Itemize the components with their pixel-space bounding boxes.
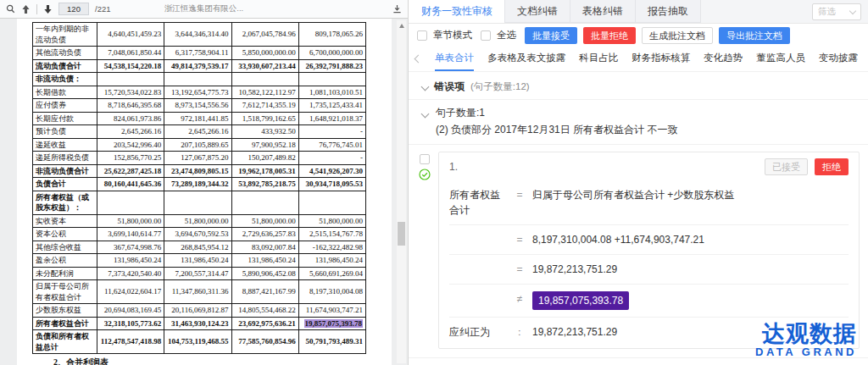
cell-value: 2,067,045,784.96 bbox=[231, 23, 298, 47]
subtab-scroll-left-icon[interactable] bbox=[415, 55, 423, 64]
scrollbar-thumb[interactable] bbox=[398, 222, 405, 246]
current-error-item-header[interactable]: 句子数量:1 (2) 负债部分 2017年12月31日 所有者权益合计 不一致 bbox=[409, 100, 868, 144]
row-label: 流动负债合计 bbox=[33, 59, 97, 73]
cell-value: 7,200,557,314.47 bbox=[164, 267, 231, 280]
cell-value: 6,700,000,000.00 bbox=[298, 47, 365, 60]
table-row: 其他综合收益367,674,998.76268,845,954.1283,092… bbox=[33, 241, 366, 254]
table-row: 递延收益203,542,996.40207,105,889.6597,900,9… bbox=[33, 138, 366, 152]
row-label: 长期借款 bbox=[33, 86, 97, 99]
error-item-title: (2) 负债部分 2017年12月31日 所有者权益合计 不一致 bbox=[436, 123, 677, 137]
cell-value: 809,178,065.26 bbox=[298, 23, 365, 47]
cell-value: 131,986,450.24 bbox=[231, 254, 298, 268]
generate-annotated-doc-button[interactable]: 生成批注文档 bbox=[642, 27, 713, 44]
sub-tab-6[interactable]: 变动披露 bbox=[819, 46, 858, 71]
page-input[interactable] bbox=[58, 3, 89, 15]
cell-value bbox=[231, 191, 298, 214]
top-tab-1[interactable]: 文档纠错 bbox=[504, 0, 570, 23]
cell-value: 51,800,000.00 bbox=[97, 214, 164, 228]
table-row: 一年内到期的非流动负债4,640,451,459.233,644,346,314… bbox=[33, 23, 366, 47]
accepted-button[interactable]: 已接受 bbox=[765, 158, 808, 175]
cell-value: 7,048,061,850.44 bbox=[97, 47, 164, 60]
cell-value: 50,791,793,489.31 bbox=[298, 330, 365, 354]
cell-value: 76,776,745.01 bbox=[298, 138, 365, 152]
cell-value: 1,735,125,433.41 bbox=[298, 99, 365, 113]
cell-value: 203,542,996.40 bbox=[97, 138, 164, 152]
cell-value: 51,800,000.00 bbox=[164, 214, 231, 228]
cell-value bbox=[97, 73, 164, 86]
cell-value: 54,538,154,220.18 bbox=[97, 59, 164, 73]
batch-reject-button[interactable]: 批量拒绝 bbox=[583, 27, 636, 44]
error-item-0[interactable]: 句子数量:12、合并利润表 2017年度 二、营业总成本 不一致 bbox=[409, 358, 868, 365]
formula-row-3: ≠19,857,075,393.78 bbox=[449, 284, 849, 317]
cell-value bbox=[164, 191, 231, 214]
row-label: 一年内到期的非流动负债 bbox=[33, 23, 97, 47]
batch-accept-button[interactable]: 批量接受 bbox=[525, 27, 577, 44]
table-row: 负债合计80,160,441,645.3673,289,189,344.3253… bbox=[33, 178, 366, 191]
cell-value: 53,892,785,218.75 bbox=[231, 178, 298, 191]
item-checkbox[interactable] bbox=[420, 154, 430, 164]
row-label: 长期应付款 bbox=[33, 112, 97, 125]
row-label: 非流动负债： bbox=[33, 73, 97, 86]
cell-value: 152,856,770.25 bbox=[97, 152, 164, 165]
row-label: 所有者权益合计 bbox=[33, 317, 97, 330]
top-tab-0[interactable]: 财务一致性审核 bbox=[409, 0, 505, 23]
error-group-header[interactable]: 错误项 (句子数量:12) bbox=[409, 72, 868, 99]
formula-label: 应纠正为 bbox=[449, 324, 507, 340]
sub-tab-5[interactable]: 董监高人员 bbox=[756, 46, 805, 71]
highlighted-cell-value[interactable]: 19,857,075,393.78 bbox=[304, 319, 364, 328]
cell-value bbox=[298, 73, 365, 86]
cell-value: 8,887,421,167.99 bbox=[231, 280, 298, 304]
table-row: 盈余公积131,986,450.24131,986,450.24131,986,… bbox=[33, 254, 366, 268]
chapter-mode-checkbox[interactable] bbox=[417, 30, 427, 41]
document-scrollbar[interactable] bbox=[397, 20, 406, 363]
chevron-down-icon bbox=[849, 7, 856, 14]
reject-button[interactable]: 拒绝 bbox=[815, 158, 849, 175]
sub-tab-3[interactable]: 财务指标核算 bbox=[632, 46, 690, 71]
formula-value: 19,872,213,751.29 bbox=[532, 262, 849, 277]
sentence-count: 句子数量:1 bbox=[436, 106, 677, 120]
download-icon[interactable] bbox=[392, 4, 402, 14]
search-icon[interactable] bbox=[6, 4, 15, 14]
select-all-checkbox[interactable] bbox=[481, 30, 491, 41]
select-all-label: 全选 bbox=[497, 29, 516, 41]
page-up-button[interactable] bbox=[21, 4, 31, 14]
top-tab-2[interactable]: 表格纠错 bbox=[570, 0, 636, 23]
balance-sheet-table: 一年内到期的非流动负债4,640,451,459.233,644,346,314… bbox=[32, 22, 366, 354]
cell-value: 207,105,889.65 bbox=[164, 138, 231, 152]
page-down-button[interactable] bbox=[43, 4, 53, 14]
row-label: 其他综合收益 bbox=[33, 241, 97, 254]
cell-value: 131,986,450.24 bbox=[298, 254, 365, 268]
chapter-mode-label: 章节模式 bbox=[433, 29, 472, 41]
audit-panel: 财务一致性审核文档纠错表格纠错报告抽取 筛选 章节模式 全选 批量接受 批量拒绝… bbox=[409, 0, 868, 365]
scrollbar-up-button[interactable] bbox=[397, 21, 406, 30]
table-row: 归属于母公司所有者权益合计11,624,022,604.1711,347,860… bbox=[33, 280, 366, 304]
cell-value: 23,474,809,805.15 bbox=[164, 164, 231, 178]
row-label: 负债和所有者权益总计 bbox=[33, 330, 97, 354]
cell-value: 972,181,441.85 bbox=[164, 112, 231, 125]
cell-value: 20,694,083,169.45 bbox=[97, 304, 164, 318]
cell-value: 2,729,636,257.83 bbox=[231, 228, 298, 241]
sub-tab-4[interactable]: 变化趋势 bbox=[704, 46, 743, 71]
formula-value: 19,872,213,751.29 bbox=[532, 324, 849, 340]
sub-tab-0[interactable]: 单表合计 bbox=[435, 46, 474, 71]
cell-value: 23,692,975,636.21 bbox=[231, 317, 298, 330]
row-label: 所有者权益（或股东权益）： bbox=[33, 191, 97, 214]
document-page: 一年内到期的非流动负债4,640,451,459.233,644,346,314… bbox=[17, 19, 392, 365]
app-window: /221 浙江恒逸集团有限公... 一年内到期的非流动负债4,640,451,4… bbox=[0, 0, 868, 365]
export-annotated-doc-button[interactable]: 导出批注文档 bbox=[719, 27, 790, 44]
top-tab-bar: 财务一致性审核文档纠错表格纠错报告抽取 筛选 bbox=[409, 0, 868, 24]
formula-operator: = bbox=[507, 187, 532, 202]
filter-dropdown[interactable]: 筛选 bbox=[812, 3, 861, 20]
table-row: 所有者权益合计32,318,105,773.6231,463,930,124.2… bbox=[33, 317, 366, 330]
cell-value: 3,644,346,314.40 bbox=[164, 23, 231, 47]
cell-value: 11,347,860,311.36 bbox=[164, 280, 231, 304]
sub-tab-2[interactable]: 科目占比 bbox=[579, 46, 618, 71]
cell-value bbox=[231, 73, 298, 86]
row-label: 负债合计 bbox=[33, 178, 97, 191]
sub-tab-1[interactable]: 多表格及表文披露 bbox=[487, 46, 565, 71]
cell-value bbox=[164, 73, 231, 86]
cell-value: 367,674,998.76 bbox=[97, 241, 164, 254]
top-tab-3[interactable]: 报告抽取 bbox=[635, 0, 701, 23]
cell-value: 112,478,547,418.98 bbox=[97, 330, 164, 354]
chevron-down-icon bbox=[421, 83, 430, 91]
